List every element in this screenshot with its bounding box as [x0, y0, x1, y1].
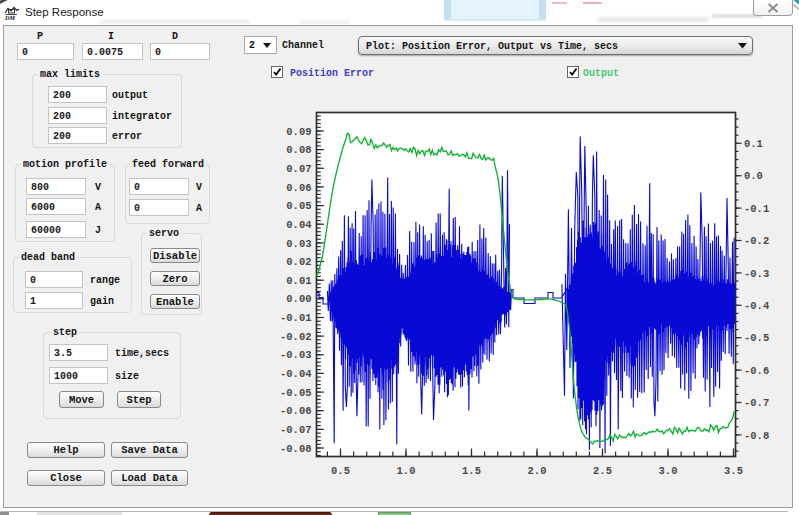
- svg-text:0.07: 0.07: [286, 163, 311, 175]
- svg-text:-0.7: -0.7: [744, 397, 769, 409]
- svg-text:-0.06: -0.06: [280, 405, 312, 417]
- svg-text:1.0: 1.0: [397, 465, 416, 477]
- svg-text:1.5: 1.5: [462, 465, 481, 477]
- svg-text:0.1: 0.1: [744, 138, 763, 150]
- svg-text:0.06: 0.06: [286, 182, 311, 194]
- svg-text:-0.02: -0.02: [280, 331, 312, 343]
- svg-text:0.5: 0.5: [331, 465, 350, 477]
- svg-text:-0.2: -0.2: [744, 235, 769, 247]
- svg-text:-0.03: -0.03: [280, 349, 312, 361]
- svg-text:0.05: 0.05: [286, 200, 311, 212]
- svg-text:-0.07: -0.07: [280, 424, 312, 436]
- svg-text:2.0: 2.0: [528, 465, 547, 477]
- svg-text:0.02: 0.02: [286, 256, 311, 268]
- svg-text:-0.5: -0.5: [744, 332, 769, 344]
- svg-text:3.0: 3.0: [659, 465, 678, 477]
- svg-text:-0.04: -0.04: [280, 368, 312, 380]
- svg-text:-0.6: -0.6: [744, 365, 769, 377]
- svg-text:-0.3: -0.3: [744, 268, 769, 280]
- svg-text:0.08: 0.08: [286, 144, 311, 156]
- svg-text:0.03: 0.03: [286, 238, 311, 250]
- svg-text:0.04: 0.04: [286, 219, 311, 231]
- svg-text:0.00: 0.00: [286, 293, 311, 305]
- svg-text:-0.05: -0.05: [280, 387, 312, 399]
- svg-text:3.5: 3.5: [724, 465, 743, 477]
- svg-text:0.01: 0.01: [286, 275, 311, 287]
- svg-text:0.09: 0.09: [286, 126, 311, 138]
- svg-text:-0.8: -0.8: [744, 430, 769, 442]
- svg-text:-0.4: -0.4: [744, 300, 769, 312]
- svg-text:0.0: 0.0: [744, 170, 763, 182]
- svg-text:-0.08: -0.08: [280, 443, 312, 455]
- svg-text:-0.01: -0.01: [280, 312, 312, 324]
- svg-text:-0.1: -0.1: [744, 203, 769, 215]
- svg-text:2.5: 2.5: [593, 465, 612, 477]
